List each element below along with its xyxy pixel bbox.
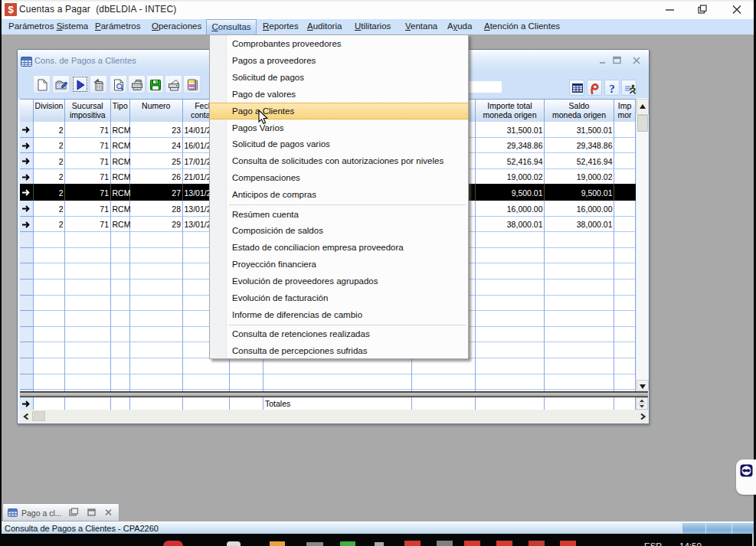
svg-text:?: ? [609,83,615,95]
